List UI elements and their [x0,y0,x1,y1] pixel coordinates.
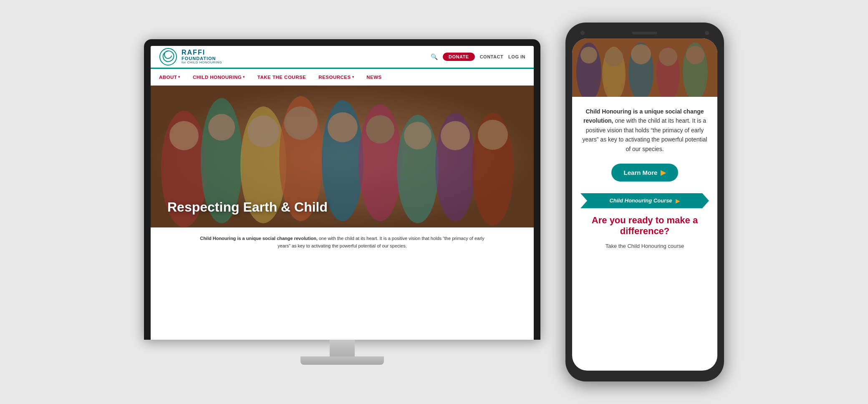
phone-camera-dot [580,31,585,35]
phone-description: Child Honouring is a unique social chang… [580,107,709,154]
hero-title: Respecting Earth & Child [167,199,328,215]
phone-banner-arrow-icon: ▶ [676,197,680,204]
phone-banner[interactable]: Child Honouring Course ▶ [580,193,709,208]
logo-icon [159,48,177,66]
hero-image: Respecting Earth & Child [151,86,534,227]
nav-item-news[interactable]: NEWS [366,75,382,80]
site-logo: RAFFI FOUNDATION for CHILD HONOURING [159,48,222,66]
nav-item-about[interactable]: ABOUT ▾ [159,75,180,80]
phone-sensor-dot [705,31,709,35]
phone-hero-overlay [572,38,717,97]
login-link[interactable]: LOG IN [508,54,525,59]
chevron-down-icon: ▾ [243,75,245,79]
phone-content: Child Honouring is a unique social chang… [572,97,717,371]
site-navbar: ABOUT ▾ CHILD HONOURING ▾ TAKE THE COURS… [151,69,534,86]
arrow-icon: ▶ [661,169,666,177]
nav-item-child-honouring[interactable]: CHILD HONOURING ▾ [193,75,245,80]
logo-text: RAFFI FOUNDATION for CHILD HONOURING [182,49,222,65]
search-icon[interactable]: 🔍 [431,53,438,60]
phone-cta-subtitle: Take the Child Honouring course [580,242,709,250]
donate-button[interactable]: DONATE [443,53,475,61]
hero-text-box: Child Honouring is a unique social chang… [151,227,534,257]
phone-speaker [632,32,657,34]
imac-stand-base [300,356,384,365]
nav-item-resources[interactable]: RESOURCES ▾ [318,75,354,80]
website: RAFFI FOUNDATION for CHILD HONOURING 🔍 D… [151,46,534,340]
phone-banner-section: Child Honouring Course ▶ [580,193,709,208]
imac-stand-neck [330,340,355,356]
chevron-down-icon: ▾ [352,75,354,79]
phone-notch [572,29,717,38]
phone-device: Child Honouring is a unique social chang… [565,23,724,381]
hero-description-strong: Child Honouring is a unique social chang… [200,236,318,241]
hero-description: Child Honouring is a unique social chang… [196,235,488,250]
topbar-right: 🔍 DONATE CONTACT LOG IN [431,53,525,61]
logo-sub: for CHILD HONOURING [182,61,222,65]
phone-screen: Child Honouring is a unique social chang… [572,38,717,371]
site-topbar: RAFFI FOUNDATION for CHILD HONOURING 🔍 D… [151,46,534,69]
imac-device: RAFFI FOUNDATION for CHILD HONOURING 🔍 D… [144,39,540,365]
imac-display: RAFFI FOUNDATION for CHILD HONOURING 🔍 D… [151,46,534,340]
learn-more-button[interactable]: Learn More ▶ [611,164,679,182]
hero-section: Respecting Earth & Child Child Honouring… [151,86,534,340]
hero-title-container: Respecting Earth & Child [167,199,328,215]
chevron-down-icon: ▾ [178,75,180,79]
contact-link[interactable]: CONTACT [480,54,503,59]
logo-raffi: RAFFI [182,49,222,56]
nav-item-take-course[interactable]: TAKE THE COURSE [257,75,306,80]
learn-more-label: Learn More [624,169,658,176]
phone-cta-title: Are you ready to make a difference? [580,215,709,237]
phone-banner-text: Child Honouring Course [609,197,672,204]
imac-screen: RAFFI FOUNDATION for CHILD HONOURING 🔍 D… [144,39,540,340]
phone-hero-image [572,38,717,97]
